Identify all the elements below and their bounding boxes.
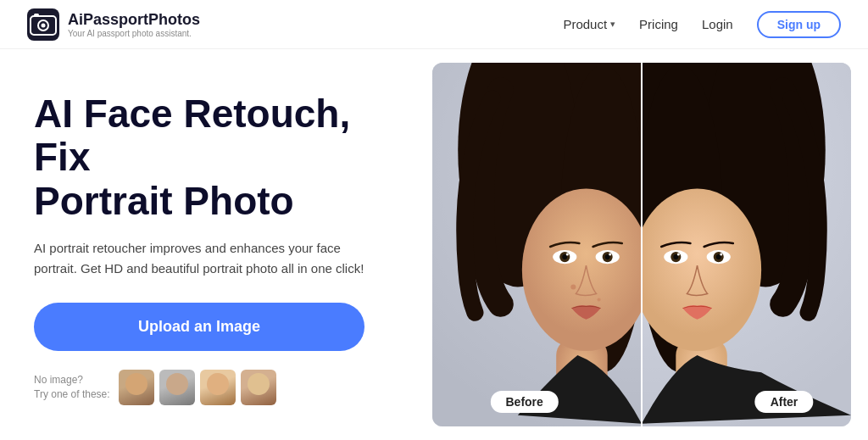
svg-point-23 bbox=[609, 253, 611, 256]
logo-name: AiPassportPhotos bbox=[68, 11, 200, 29]
main-nav: Product ▾ Pricing Login Sign up bbox=[563, 11, 841, 38]
sample-images-row: No image? Try one of these: bbox=[34, 370, 398, 405]
svg-point-13 bbox=[522, 188, 650, 351]
svg-point-33 bbox=[677, 253, 680, 256]
svg-point-3 bbox=[42, 23, 46, 27]
portrait-illustration bbox=[432, 63, 851, 426]
nav-signup-button[interactable]: Sign up bbox=[757, 11, 841, 38]
sample-thumb-2[interactable] bbox=[159, 370, 195, 405]
nav-product[interactable]: Product ▾ bbox=[563, 17, 615, 31]
svg-point-37 bbox=[720, 253, 722, 256]
sample-label: No image? Try one of these: bbox=[34, 373, 110, 402]
svg-rect-4 bbox=[34, 14, 39, 17]
sample-thumb-1[interactable] bbox=[119, 370, 154, 405]
after-label: After bbox=[755, 391, 814, 413]
right-panel: Before After bbox=[432, 63, 851, 426]
logo-icon bbox=[27, 8, 59, 41]
nav-pricing[interactable]: Pricing bbox=[639, 17, 678, 31]
svg-point-14 bbox=[570, 284, 576, 289]
before-label: Before bbox=[490, 391, 558, 413]
left-panel: AI Face Retouch, Fix Portrait Photo AI p… bbox=[0, 49, 432, 440]
upload-button[interactable]: Upload an Image bbox=[34, 303, 364, 351]
sample-thumb-3[interactable] bbox=[200, 370, 236, 405]
hero-subtitle: AI portrait retoucher improves and enhan… bbox=[34, 238, 364, 279]
nav-login[interactable]: Login bbox=[702, 17, 733, 31]
hero-title: AI Face Retouch, Fix Portrait Photo bbox=[34, 92, 398, 224]
logo-text-block: AiPassportPhotos Your AI passport photo … bbox=[68, 11, 200, 38]
svg-point-15 bbox=[598, 298, 601, 302]
chevron-down-icon: ▾ bbox=[610, 19, 615, 30]
main-content: AI Face Retouch, Fix Portrait Photo AI p… bbox=[0, 49, 868, 440]
header: AiPassportPhotos Your AI passport photo … bbox=[0, 0, 868, 49]
sample-thumb-4[interactable] bbox=[241, 370, 276, 405]
svg-point-29 bbox=[633, 188, 761, 351]
logo-tagline: Your AI passport photo assistant. bbox=[68, 29, 200, 38]
logo-area: AiPassportPhotos Your AI passport photo … bbox=[27, 8, 200, 41]
sample-thumbs bbox=[119, 370, 276, 405]
svg-point-19 bbox=[566, 253, 569, 256]
